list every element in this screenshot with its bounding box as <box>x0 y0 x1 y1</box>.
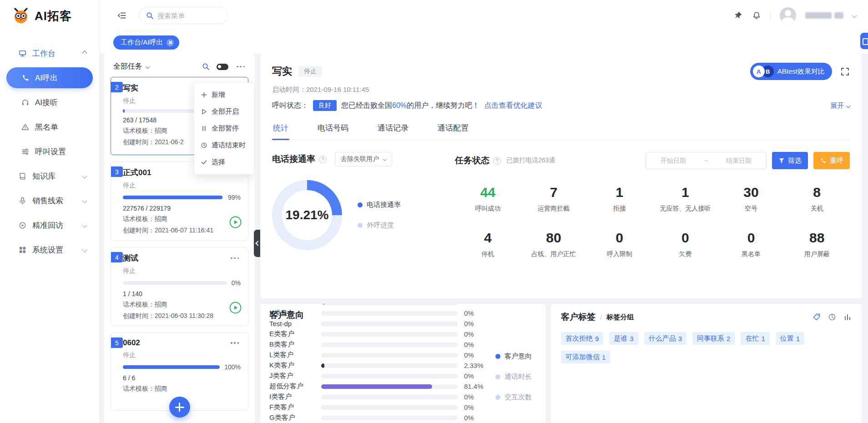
abtest-button[interactable]: A B ABtest效果对比 <box>750 63 832 80</box>
legend-item[interactable]: 通话时长 <box>495 373 532 381</box>
task-play-button[interactable] <box>229 216 242 228</box>
menu-item-call-end-time[interactable]: 通话结束时 <box>194 137 254 154</box>
tag-chip[interactable]: 位置1 <box>776 332 804 345</box>
chevron-up-icon <box>82 50 87 55</box>
stat-cell: 7运营商拦截 <box>521 185 587 213</box>
grid-icon <box>18 246 27 254</box>
tab-phone-numbers[interactable]: 电话号码 <box>317 118 349 140</box>
tab-call-records[interactable]: 通话记录 <box>377 118 409 140</box>
menu-search <box>139 7 228 24</box>
legend-item[interactable]: 客户意向 <box>495 352 532 361</box>
task-more-icon[interactable] <box>229 340 241 346</box>
more-icon[interactable] <box>235 64 247 70</box>
chevron-down-icon <box>383 157 387 161</box>
stat-cell: 0呼入限制 <box>586 230 652 258</box>
filter-button[interactable]: 筛选 <box>772 152 808 169</box>
sidebar-item-workbench[interactable]: 工作台 <box>0 43 99 64</box>
close-icon[interactable] <box>167 39 174 46</box>
bar-chart-icon[interactable] <box>843 313 852 321</box>
menu-item-pause-all[interactable]: 全部暂停 <box>194 120 254 137</box>
sidebar-item-sales-leads[interactable]: 销售线索 <box>0 190 99 211</box>
task-play-button[interactable] <box>229 302 242 314</box>
mic-icon <box>18 196 27 205</box>
sidebar-item-knowledge[interactable]: 知识库 <box>0 166 99 186</box>
tag-chip[interactable]: 是谁3 <box>609 332 638 345</box>
start-date-input[interactable] <box>651 157 696 164</box>
search-icon[interactable] <box>202 62 210 71</box>
breadcrumb-tag[interactable]: 工作台/AI呼出 <box>113 35 179 50</box>
intent-row: E类客户0% <box>269 329 536 339</box>
tag-chip[interactable]: 可添加微信1 <box>561 351 610 363</box>
sidebar-item-ai-answer[interactable]: AI接听 <box>0 92 99 113</box>
chevron-down-icon <box>82 198 87 203</box>
stat-cell: 80占线、用户正忙 <box>521 230 587 258</box>
tag-chip-list: 首次拒绝9 是谁3 什么产品3 同事联系2 在忙1 位置1 可添加微信1 <box>561 332 852 363</box>
task-index-badge: 2 <box>111 82 123 92</box>
task-created: 创建时间：2021-06-07 11:16:41 <box>123 227 241 235</box>
chevron-down-icon[interactable] <box>852 13 857 18</box>
menu-item-start-all[interactable]: 全部开启 <box>194 103 254 120</box>
connect-rate-value: 19.21% <box>272 180 342 250</box>
menu-search-input[interactable] <box>157 7 224 24</box>
sidebar-item-ai-callout[interactable]: AI呼出 <box>6 67 93 88</box>
legend-dot <box>495 374 500 379</box>
tag-chip[interactable]: 首次拒绝9 <box>561 332 603 345</box>
app-logo[interactable]: AI拓客 <box>0 0 99 31</box>
tag-chip[interactable]: 在忙1 <box>741 332 769 345</box>
customer-tags-panel: 客户标签 / 标签分组 首次拒绝9 是谁3 什么产品3 同事联系2 在忙1 位置… <box>551 304 862 423</box>
filter-lost-users-dropdown[interactable]: 去除失联用户 <box>335 152 392 166</box>
expand-toggle[interactable]: 展开 <box>830 101 850 110</box>
recall-button[interactable]: 重呼 <box>813 152 850 169</box>
legend-item[interactable]: 电话接通率 <box>358 201 401 209</box>
target-icon <box>18 221 27 230</box>
sidebar-item-system-settings[interactable]: 系统设置 <box>0 239 99 260</box>
legend-item[interactable]: 外呼进度 <box>358 221 401 230</box>
tag-icon[interactable] <box>812 313 821 321</box>
tag-group-toggle[interactable]: 标签分组 <box>606 313 634 322</box>
book-icon <box>18 172 27 181</box>
task-name: 正式001 <box>123 167 151 178</box>
view-toggle-icon[interactable] <box>217 64 228 70</box>
avatar[interactable] <box>780 7 796 24</box>
sidebar-item-blacklist[interactable]: 黑名单 <box>0 116 99 137</box>
help-icon[interactable]: ? <box>493 157 501 165</box>
task-filter-dropdown[interactable]: 全部任务 <box>113 62 149 71</box>
page-title: 写实 <box>272 65 292 78</box>
menu-item-select[interactable]: 选择 <box>194 154 254 171</box>
collapse-menu-icon[interactable] <box>117 10 127 20</box>
sidebar-item-revisit[interactable]: 精准回访 <box>0 215 99 236</box>
topbar-right <box>734 7 868 24</box>
tag-chip[interactable]: 同事联系2 <box>692 332 735 345</box>
help-icon[interactable]: ? <box>319 156 327 163</box>
panel-collapse-handle[interactable] <box>254 230 260 257</box>
chevron-down-icon <box>846 103 851 108</box>
owl-logo-icon <box>12 7 30 25</box>
tag-chip[interactable]: 什么产品3 <box>644 332 686 345</box>
floating-widget[interactable] <box>860 33 868 49</box>
optimization-link[interactable]: 点击查看优化建议 <box>484 101 542 111</box>
chevron-down-icon <box>82 173 87 178</box>
pie-chart-icon[interactable] <box>828 313 836 321</box>
fullscreen-icon[interactable] <box>840 67 850 76</box>
end-date-input[interactable] <box>716 157 762 164</box>
add-task-button[interactable] <box>169 397 190 418</box>
call-status-label: 呼叫状态： <box>272 101 308 111</box>
breadcrumb-row: 工作台/AI呼出 <box>100 31 868 54</box>
detail-tabs: 统计 电话号码 通话记录 通话配置 <box>272 118 850 140</box>
intent-row <box>269 304 536 308</box>
tab-call-config[interactable]: 通话配置 <box>437 118 469 140</box>
bell-icon[interactable] <box>752 11 761 20</box>
sidebar-item-call-settings[interactable]: 呼叫设置 <box>0 141 99 162</box>
connect-rate-donut: 19.21% <box>272 180 342 250</box>
tab-statistics[interactable]: 统计 <box>272 118 289 140</box>
menu-item-add[interactable]: 新增 <box>194 86 254 103</box>
section-title: 任务状态 <box>455 155 490 166</box>
check-icon <box>201 159 207 166</box>
task-card[interactable]: 4 测试 停止 0% 1 / 140 话术模板：招商 创建时间：2021-06-… <box>111 247 248 326</box>
pin-icon[interactable] <box>734 11 743 20</box>
stat-cell: 88用户屏蔽 <box>784 230 850 258</box>
task-more-icon[interactable] <box>229 256 241 261</box>
username-redacted[interactable] <box>805 12 843 19</box>
legend-item[interactable]: 交互次数 <box>495 393 532 402</box>
task-progress-bar <box>123 196 223 199</box>
